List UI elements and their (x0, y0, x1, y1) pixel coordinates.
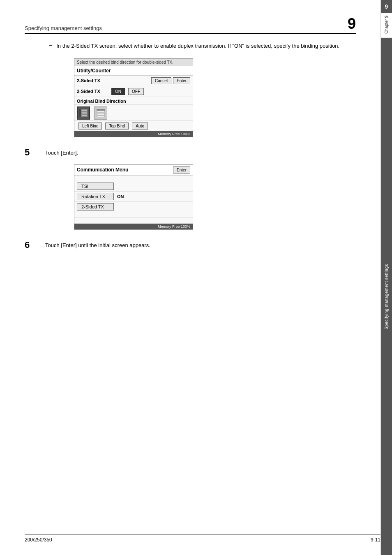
intro-bullet: – In the 2-Sided TX screen, select wheth… (49, 42, 356, 50)
step-6-number: 6 (25, 240, 45, 250)
bind-direction-label: Original Bind Direction (74, 97, 193, 105)
main-content: Specifying management settings 9 – In th… (0, 0, 380, 555)
ui-label-2sided-1: 2-Sided TX (77, 78, 110, 83)
comm-item-2sided: 2-Sided TX (74, 202, 193, 212)
chapter-number-header: 9 (348, 16, 356, 31)
ui-screen1-header: Select the desired bind direction for do… (74, 59, 193, 66)
memory-percent-1: 100% (181, 132, 190, 136)
on-btn[interactable]: ON (111, 88, 125, 95)
chapter-num-text: 9 (385, 3, 388, 10)
comm-spacer-1 (74, 176, 193, 181)
ui-screen-1: Select the desired bind direction for do… (74, 58, 193, 137)
footer-right: 9-11 (371, 537, 380, 543)
rotation-label[interactable]: Rotation TX (77, 193, 114, 200)
comm-title: Communication Menu (77, 167, 128, 173)
bind-icon-top[interactable] (94, 106, 107, 120)
step-6-row: 6 Touch [Enter] until the initial screen… (25, 240, 356, 250)
memory-label-1: Memory (158, 132, 171, 136)
footer-left: 200/250/350 (25, 537, 52, 543)
chapter-number-box: 9 (381, 0, 392, 13)
comm-enter-btn[interactable]: Enter (173, 166, 190, 173)
off-btn[interactable]: OFF (128, 88, 144, 95)
step-6-text: Touch [Enter] until the initial screen a… (45, 240, 150, 250)
ui-memory-bar-1: Memory Free 100% (74, 131, 193, 137)
comm-item-tsi: TSI (74, 181, 193, 192)
ui-row-2sided-tx-2: 2-Sided TX ON OFF (74, 86, 193, 97)
intro-text: In the 2-Sided TX screen, select whether… (56, 42, 339, 50)
auto-bind-btn[interactable]: Auto (132, 123, 148, 130)
step-5-row: 5 Touch [Enter]. (25, 147, 356, 158)
memory-percent-2: 100% (181, 224, 190, 229)
comm-title-row: Communication Menu Enter (74, 165, 193, 176)
svg-rect-7 (97, 109, 105, 111)
comm-item-rotation: Rotation TX ON (74, 192, 193, 202)
ui-screen1-title: Utility/Counter (74, 66, 193, 76)
cancel-btn-ui1[interactable]: Cancel (151, 77, 171, 84)
chapter-label: Chapter 9 (384, 16, 389, 34)
step-5-number: 5 (25, 147, 45, 158)
ui-memory-bar-2: Memory Free 100% (74, 224, 193, 229)
memory-free-1: Free (172, 132, 180, 136)
section-label-sidebar: Specifying management settings (381, 38, 392, 555)
bullet-dash: – (49, 42, 52, 50)
top-bind-btn[interactable]: Top Bind (105, 123, 129, 130)
2sided-label-comm[interactable]: 2-Sided TX (77, 203, 114, 210)
tsi-label[interactable]: TSI (77, 183, 114, 190)
right-sidebar: 9 Chapter 9 Specifying management settin… (380, 0, 392, 555)
svg-rect-1 (79, 109, 81, 117)
left-bind-btn[interactable]: Left Bind (78, 123, 102, 130)
ui-label-2sided-2: 2-Sided TX (77, 89, 110, 94)
page-footer: 200/250/350 9-11 (25, 534, 380, 543)
ui-row-2sided-tx-1: 2-Sided TX Cancel Enter (74, 76, 193, 86)
step-5-text: Touch [Enter]. (45, 147, 78, 157)
comm-spacer-3 (74, 218, 193, 224)
ui-screen-2: Communication Menu Enter TSI Rotation TX… (74, 164, 193, 230)
comm-spacer-2 (74, 212, 193, 218)
memory-free-2: Free (172, 224, 180, 229)
bind-icon-left[interactable] (77, 106, 90, 120)
bind-buttons-row: Left Bind Top Bind Auto (74, 121, 193, 131)
enter-btn-ui1[interactable]: Enter (173, 77, 190, 84)
memory-label-2: Memory (158, 224, 171, 229)
sidebar-section-text: Specifying management settings (384, 264, 389, 330)
page-header-title: Specifying management settings (25, 25, 344, 31)
bind-icons-row (74, 105, 193, 121)
rotation-value: ON (117, 194, 124, 199)
page-header: Specifying management settings 9 (25, 16, 356, 34)
